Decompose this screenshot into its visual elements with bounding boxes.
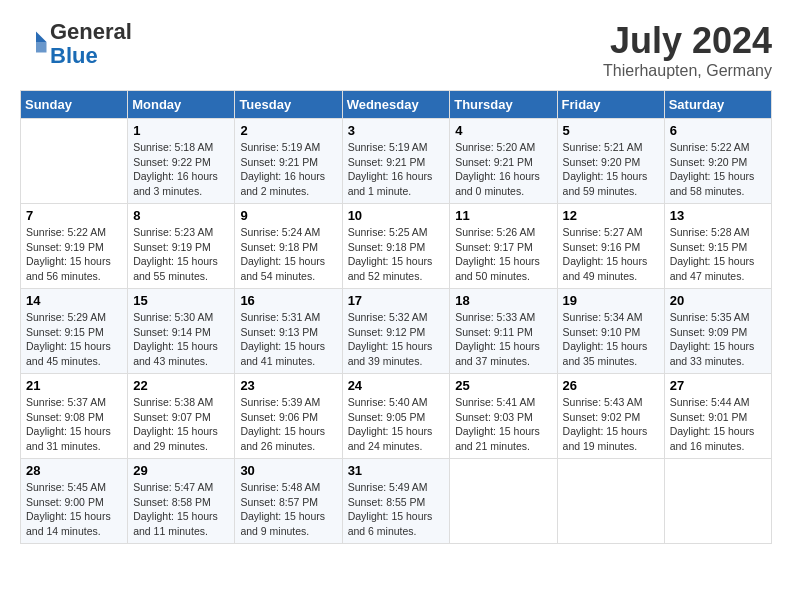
day-number: 7 — [26, 208, 122, 223]
day-number: 16 — [240, 293, 336, 308]
day-info: Sunrise: 5:44 AMSunset: 9:01 PMDaylight:… — [670, 395, 766, 454]
day-number: 30 — [240, 463, 336, 478]
day-cell: 8Sunrise: 5:23 AMSunset: 9:19 PMDaylight… — [128, 204, 235, 289]
day-cell: 22Sunrise: 5:38 AMSunset: 9:07 PMDayligh… — [128, 374, 235, 459]
day-info: Sunrise: 5:23 AMSunset: 9:19 PMDaylight:… — [133, 225, 229, 284]
day-info: Sunrise: 5:31 AMSunset: 9:13 PMDaylight:… — [240, 310, 336, 369]
col-header-sunday: Sunday — [21, 91, 128, 119]
location-text: Thierhaupten, Germany — [603, 62, 772, 80]
day-cell: 4Sunrise: 5:20 AMSunset: 9:21 PMDaylight… — [450, 119, 557, 204]
page-header: General Blue July 2024 Thierhaupten, Ger… — [20, 20, 772, 80]
header-row: SundayMondayTuesdayWednesdayThursdayFrid… — [21, 91, 772, 119]
day-info: Sunrise: 5:38 AMSunset: 9:07 PMDaylight:… — [133, 395, 229, 454]
day-cell: 15Sunrise: 5:30 AMSunset: 9:14 PMDayligh… — [128, 289, 235, 374]
day-info: Sunrise: 5:45 AMSunset: 9:00 PMDaylight:… — [26, 480, 122, 539]
day-number: 27 — [670, 378, 766, 393]
day-info: Sunrise: 5:24 AMSunset: 9:18 PMDaylight:… — [240, 225, 336, 284]
day-info: Sunrise: 5:22 AMSunset: 9:20 PMDaylight:… — [670, 140, 766, 199]
day-number: 8 — [133, 208, 229, 223]
day-cell: 7Sunrise: 5:22 AMSunset: 9:19 PMDaylight… — [21, 204, 128, 289]
day-number: 6 — [670, 123, 766, 138]
day-info: Sunrise: 5:27 AMSunset: 9:16 PMDaylight:… — [563, 225, 659, 284]
day-cell — [664, 459, 771, 544]
logo-blue-text: Blue — [50, 43, 98, 68]
day-info: Sunrise: 5:30 AMSunset: 9:14 PMDaylight:… — [133, 310, 229, 369]
day-cell: 11Sunrise: 5:26 AMSunset: 9:17 PMDayligh… — [450, 204, 557, 289]
day-cell — [557, 459, 664, 544]
day-cell: 23Sunrise: 5:39 AMSunset: 9:06 PMDayligh… — [235, 374, 342, 459]
day-info: Sunrise: 5:48 AMSunset: 8:57 PMDaylight:… — [240, 480, 336, 539]
day-number: 12 — [563, 208, 659, 223]
day-cell: 25Sunrise: 5:41 AMSunset: 9:03 PMDayligh… — [450, 374, 557, 459]
day-cell: 1Sunrise: 5:18 AMSunset: 9:22 PMDaylight… — [128, 119, 235, 204]
day-info: Sunrise: 5:28 AMSunset: 9:15 PMDaylight:… — [670, 225, 766, 284]
day-info: Sunrise: 5:21 AMSunset: 9:20 PMDaylight:… — [563, 140, 659, 199]
svg-marker-0 — [36, 32, 47, 43]
day-number: 25 — [455, 378, 551, 393]
day-cell: 12Sunrise: 5:27 AMSunset: 9:16 PMDayligh… — [557, 204, 664, 289]
day-number: 31 — [348, 463, 445, 478]
day-number: 29 — [133, 463, 229, 478]
day-info: Sunrise: 5:25 AMSunset: 9:18 PMDaylight:… — [348, 225, 445, 284]
day-cell: 18Sunrise: 5:33 AMSunset: 9:11 PMDayligh… — [450, 289, 557, 374]
col-header-friday: Friday — [557, 91, 664, 119]
day-number: 15 — [133, 293, 229, 308]
day-info: Sunrise: 5:49 AMSunset: 8:55 PMDaylight:… — [348, 480, 445, 539]
day-cell: 6Sunrise: 5:22 AMSunset: 9:20 PMDaylight… — [664, 119, 771, 204]
day-number: 3 — [348, 123, 445, 138]
day-info: Sunrise: 5:33 AMSunset: 9:11 PMDaylight:… — [455, 310, 551, 369]
logo-icon — [22, 28, 50, 56]
day-info: Sunrise: 5:19 AMSunset: 9:21 PMDaylight:… — [240, 140, 336, 199]
col-header-monday: Monday — [128, 91, 235, 119]
day-cell: 28Sunrise: 5:45 AMSunset: 9:00 PMDayligh… — [21, 459, 128, 544]
col-header-tuesday: Tuesday — [235, 91, 342, 119]
day-number: 26 — [563, 378, 659, 393]
day-number: 19 — [563, 293, 659, 308]
day-info: Sunrise: 5:32 AMSunset: 9:12 PMDaylight:… — [348, 310, 445, 369]
day-cell: 26Sunrise: 5:43 AMSunset: 9:02 PMDayligh… — [557, 374, 664, 459]
day-number: 4 — [455, 123, 551, 138]
day-info: Sunrise: 5:22 AMSunset: 9:19 PMDaylight:… — [26, 225, 122, 284]
day-info: Sunrise: 5:43 AMSunset: 9:02 PMDaylight:… — [563, 395, 659, 454]
day-cell: 30Sunrise: 5:48 AMSunset: 8:57 PMDayligh… — [235, 459, 342, 544]
day-info: Sunrise: 5:26 AMSunset: 9:17 PMDaylight:… — [455, 225, 551, 284]
col-header-wednesday: Wednesday — [342, 91, 450, 119]
month-title: July 2024 — [603, 20, 772, 62]
logo-general-text: General — [50, 19, 132, 44]
day-cell: 13Sunrise: 5:28 AMSunset: 9:15 PMDayligh… — [664, 204, 771, 289]
day-info: Sunrise: 5:40 AMSunset: 9:05 PMDaylight:… — [348, 395, 445, 454]
week-row-3: 14Sunrise: 5:29 AMSunset: 9:15 PMDayligh… — [21, 289, 772, 374]
day-number: 23 — [240, 378, 336, 393]
day-number: 22 — [133, 378, 229, 393]
day-cell: 2Sunrise: 5:19 AMSunset: 9:21 PMDaylight… — [235, 119, 342, 204]
title-block: July 2024 Thierhaupten, Germany — [603, 20, 772, 80]
day-number: 9 — [240, 208, 336, 223]
day-number: 11 — [455, 208, 551, 223]
col-header-saturday: Saturday — [664, 91, 771, 119]
day-cell: 3Sunrise: 5:19 AMSunset: 9:21 PMDaylight… — [342, 119, 450, 204]
day-number: 20 — [670, 293, 766, 308]
day-cell: 29Sunrise: 5:47 AMSunset: 8:58 PMDayligh… — [128, 459, 235, 544]
day-number: 17 — [348, 293, 445, 308]
week-row-5: 28Sunrise: 5:45 AMSunset: 9:00 PMDayligh… — [21, 459, 772, 544]
day-info: Sunrise: 5:18 AMSunset: 9:22 PMDaylight:… — [133, 140, 229, 199]
day-cell: 21Sunrise: 5:37 AMSunset: 9:08 PMDayligh… — [21, 374, 128, 459]
day-info: Sunrise: 5:19 AMSunset: 9:21 PMDaylight:… — [348, 140, 445, 199]
svg-marker-1 — [36, 42, 47, 53]
day-info: Sunrise: 5:29 AMSunset: 9:15 PMDaylight:… — [26, 310, 122, 369]
day-cell: 17Sunrise: 5:32 AMSunset: 9:12 PMDayligh… — [342, 289, 450, 374]
day-cell: 9Sunrise: 5:24 AMSunset: 9:18 PMDaylight… — [235, 204, 342, 289]
day-info: Sunrise: 5:34 AMSunset: 9:10 PMDaylight:… — [563, 310, 659, 369]
day-cell: 19Sunrise: 5:34 AMSunset: 9:10 PMDayligh… — [557, 289, 664, 374]
day-number: 14 — [26, 293, 122, 308]
day-number: 21 — [26, 378, 122, 393]
day-number: 2 — [240, 123, 336, 138]
day-info: Sunrise: 5:47 AMSunset: 8:58 PMDaylight:… — [133, 480, 229, 539]
day-number: 1 — [133, 123, 229, 138]
day-info: Sunrise: 5:37 AMSunset: 9:08 PMDaylight:… — [26, 395, 122, 454]
day-info: Sunrise: 5:39 AMSunset: 9:06 PMDaylight:… — [240, 395, 336, 454]
week-row-2: 7Sunrise: 5:22 AMSunset: 9:19 PMDaylight… — [21, 204, 772, 289]
day-cell: 16Sunrise: 5:31 AMSunset: 9:13 PMDayligh… — [235, 289, 342, 374]
day-info: Sunrise: 5:41 AMSunset: 9:03 PMDaylight:… — [455, 395, 551, 454]
calendar-table: SundayMondayTuesdayWednesdayThursdayFrid… — [20, 90, 772, 544]
